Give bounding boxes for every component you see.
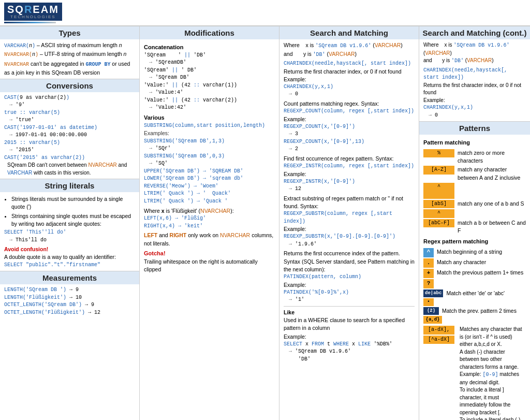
logo-subtext: TECHNOLOGIES: [7, 15, 59, 19]
page: SQREAM TECHNOLOGIES Types VARCHAR(n) – A…: [0, 0, 530, 420]
string-literals-content: Strings literals must be surrounded by a…: [0, 192, 139, 271]
col-4: Search and Matching (cont.) Where x is '…: [419, 26, 530, 420]
types-content: VARCHAR(n) – ASCII string of maximum len…: [0, 39, 139, 79]
col-2: Modifications Concatenation 'SQream ' ||…: [140, 26, 279, 420]
logo-text: SQREAM: [7, 4, 59, 15]
search-matching-header: Search and Matching: [279, 26, 419, 39]
measurements-header: Measurements: [0, 271, 139, 284]
search-matching-cont-header: Search and Matching (cont.): [419, 26, 530, 39]
patterns-content: Pattern matching % match zero or more ch…: [419, 135, 530, 420]
string-literals-header: String literals: [0, 179, 139, 192]
conversions-content: CAST(9 as varchar(2)) → '9' true :: varc…: [0, 92, 139, 179]
conversions-header: Conversions: [0, 79, 139, 92]
main-grid: Types VARCHAR(n) – ASCII string of maxim…: [0, 26, 530, 420]
header: SQREAM TECHNOLOGIES: [0, 0, 530, 26]
search-matching-content: Where x is 'SQream DB v1.9.6' (VARCHAR) …: [279, 39, 419, 365]
modifications-header: Modifications: [140, 26, 279, 39]
col-1: Types VARCHAR(n) – ASCII string of maxim…: [0, 26, 140, 420]
search-matching-cont-content: Where x is 'SQream DB v1.9.6' (VARCHAR) …: [419, 39, 530, 122]
patterns-header: Patterns: [419, 122, 530, 135]
col-3: Search and Matching Where x is 'SQream D…: [279, 26, 419, 420]
modifications-content: Concatenation 'SQream ' || 'DB' → 'SQrea…: [140, 39, 279, 276]
measurements-content: LENGTH('SQream DB ') → 9 LENGTH('Flüßigk…: [0, 284, 139, 318]
types-header: Types: [0, 26, 139, 39]
logo-container: SQREAM TECHNOLOGIES: [4, 3, 66, 23]
